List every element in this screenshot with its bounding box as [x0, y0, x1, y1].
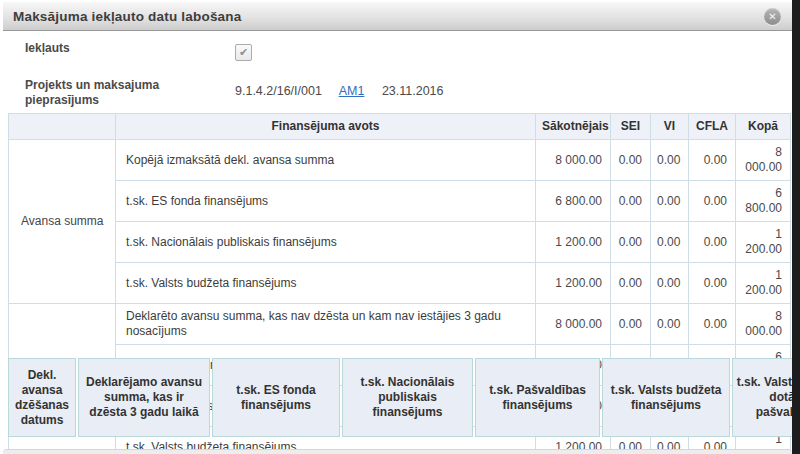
cell-value: 0.00: [611, 222, 651, 263]
project-link[interactable]: AM1: [339, 84, 365, 98]
cell-value: 0.00: [611, 140, 651, 181]
included-label: Iekļauts: [25, 41, 70, 56]
bottom-header-band: Dekl. avansa dzēšanas datums Deklarējamo…: [8, 358, 792, 438]
table-row: t.sk. ES fonda finansējums 6 800.00 0.00…: [9, 181, 791, 222]
bottom-header-cell: Deklarējamo avansu summa, kas ir dzēsta …: [78, 358, 210, 437]
project-value: 9.1.4.2/16/I/001 AM1 23.11.2016: [235, 84, 458, 98]
cell-value: 0.00: [651, 181, 689, 222]
dialog-titlebar: Maksājuma iekļauto datu labošana ✕: [3, 2, 792, 31]
cell-value: 1 200.00: [536, 263, 611, 304]
dialog-title: Maksājuma iekļauto datu labošana: [3, 9, 241, 24]
cell-value: 8 000.00: [736, 304, 791, 345]
payment-edit-dialog: Maksājuma iekļauto datu labošana ✕ Iekļa…: [0, 0, 800, 454]
cell-value: 0.00: [689, 304, 736, 345]
cell-value: 0.00: [689, 181, 736, 222]
group-header-cell: [9, 114, 116, 140]
cell-value: 6 800.00: [736, 181, 791, 222]
cell-value: 8 000.00: [536, 140, 611, 181]
cell-value: 0.00: [651, 222, 689, 263]
project-date: 23.11.2016: [382, 84, 444, 98]
close-icon[interactable]: ✕: [764, 8, 781, 25]
row-label: t.sk. Nacionālais publiskais finansējums: [116, 222, 536, 263]
table-row: Nedzēstā summa Deklarēto avansu summa, k…: [9, 304, 791, 345]
col-header: VI: [651, 114, 689, 140]
bottom-header-cell: Dekl. avansa dzēšanas datums: [8, 358, 76, 437]
cell-value: 0.00: [611, 181, 651, 222]
row-label: t.sk. Valsts budžeta finansējums: [116, 263, 536, 304]
cell-value: 0.00: [689, 222, 736, 263]
col-header: Kopā: [736, 114, 791, 140]
source-header: Finansējuma avots: [116, 114, 536, 140]
table-row: Avansa summa Kopējā izmaksātā dekl. avan…: [9, 140, 791, 181]
cell-value: 1 200.00: [736, 263, 791, 304]
col-header: SEI: [611, 114, 651, 140]
cell-value: 6 800.00: [536, 181, 611, 222]
cell-value: 8 000.00: [536, 304, 611, 345]
bottom-header-cell: t.sk. ES fonda finansējums: [212, 358, 340, 437]
included-checkbox[interactable]: ✔: [235, 44, 252, 61]
row-label: t.sk. ES fonda finansējums: [116, 181, 536, 222]
project-number: 9.1.4.2/16/I/001: [235, 84, 322, 98]
row-label: Deklarēto avansu summa, kas nav dzēsta u…: [116, 304, 536, 345]
cell-value: 0.00: [611, 263, 651, 304]
background-edge: [792, 0, 800, 454]
cell-value: 0.00: [611, 304, 651, 345]
bottom-header-cell: t.sk. Valsts budžeta dotācija pašvaldībā…: [732, 358, 792, 437]
bottom-header-cell: t.sk. Pašvaldības finansējums: [475, 358, 600, 437]
cell-value: 1 200.00: [536, 222, 611, 263]
col-header: Sākotnējais: [536, 114, 611, 140]
footer-strip: [3, 449, 792, 454]
table-row: t.sk. Valsts budžeta finansējums 1 200.0…: [9, 263, 791, 304]
bottom-header-cell: t.sk. Valsts budžeta finansējums: [602, 358, 730, 437]
col-header: CFLA: [689, 114, 736, 140]
cell-value: 0.00: [689, 140, 736, 181]
project-label: Projekts un maksajuma pieprasījums: [25, 78, 205, 108]
cell-value: 1 200.00: [736, 222, 791, 263]
group-label-avansa: Avansa summa: [9, 140, 116, 304]
cell-value: 0.00: [651, 140, 689, 181]
cell-value: 0.00: [651, 304, 689, 345]
row-label: Kopējā izmaksātā dekl. avansa summa: [116, 140, 536, 181]
cell-value: 0.00: [651, 263, 689, 304]
table-row: t.sk. Nacionālais publiskais finansējums…: [9, 222, 791, 263]
finance-table-header-row: Finansējuma avots Sākotnējais SEI VI CFL…: [9, 114, 791, 140]
cell-value: 0.00: [689, 263, 736, 304]
bottom-header-cell: t.sk. Nacionālais publiskais finansējums: [342, 358, 473, 437]
cell-value: 8 000.00: [736, 140, 791, 181]
